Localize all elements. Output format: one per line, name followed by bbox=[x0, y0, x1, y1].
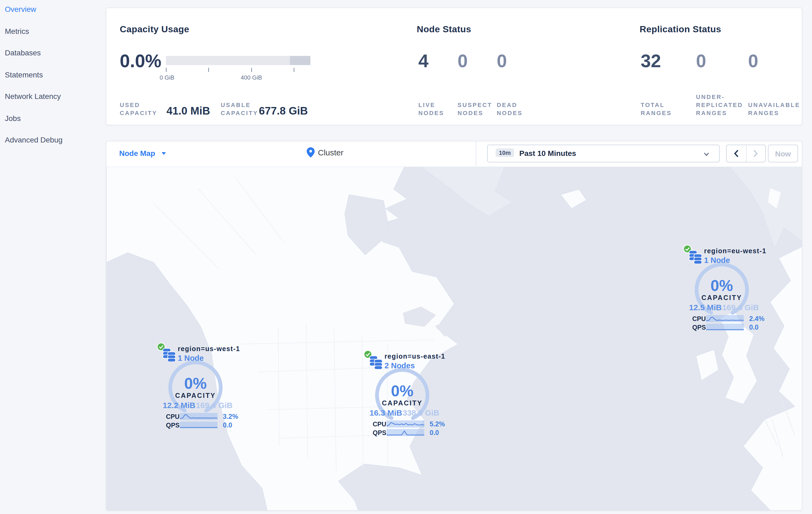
dead-nodes-label: DEAD NODES bbox=[497, 101, 528, 117]
total-ranges-value: 32 bbox=[641, 52, 661, 70]
total-ranges-label: TOTAL RANGES bbox=[641, 101, 675, 117]
cpu-value: 2.4% bbox=[749, 315, 764, 323]
capacity-usage-title: Capacity Usage bbox=[120, 24, 189, 35]
capacity-percent: 0% bbox=[155, 375, 236, 393]
capacity-percent: 0% bbox=[362, 382, 442, 400]
qps-label: QPS bbox=[692, 324, 706, 331]
region-marker-us-west-1[interactable]: region=us-west-1 1 Node 0% CAPACITY 12.2… bbox=[155, 339, 241, 436]
chevron-right-icon bbox=[753, 150, 758, 158]
time-range-label: Past 10 Minutes bbox=[519, 149, 576, 158]
suspect-nodes-value: 0 bbox=[458, 52, 468, 70]
caret-down-icon bbox=[162, 152, 166, 155]
sidebar-item-metrics[interactable]: Metrics bbox=[5, 27, 29, 35]
node-status-title: Node Status bbox=[417, 24, 471, 35]
region-title: region=eu-west-1 bbox=[704, 247, 766, 255]
time-step-back-button[interactable] bbox=[727, 145, 746, 162]
suspect-nodes-label: SUSPECT NODES bbox=[458, 101, 491, 117]
qps-value: 0.0 bbox=[223, 422, 232, 429]
qps-sparkline bbox=[387, 429, 424, 436]
capacity-axis-tick bbox=[166, 68, 167, 72]
qps-label: QPS bbox=[166, 422, 180, 429]
region-title: region=us-west-1 bbox=[178, 345, 240, 353]
capacity-axis-label-mid: 400 GiB bbox=[240, 74, 262, 81]
dead-nodes-value: 0 bbox=[497, 52, 507, 70]
sidebar-item-statements[interactable]: Statements bbox=[5, 71, 43, 79]
capacity-total-value: 338.9 GiB bbox=[403, 408, 439, 417]
map-pin-icon bbox=[307, 147, 315, 158]
live-nodes-value: 4 bbox=[418, 52, 429, 70]
under-replicated-label: UNDER-REPLICATED RANGES bbox=[696, 93, 741, 117]
chevron-left-icon bbox=[733, 150, 739, 158]
capacity-axis-tick bbox=[208, 68, 209, 72]
cluster-summary-card: Capacity Usage 0.0% 0 GiB 400 GiB USED C… bbox=[106, 7, 802, 125]
replication-status-title: Replication Status bbox=[640, 24, 721, 35]
unavailable-ranges-label: UNAVAILABLE RANGES bbox=[748, 101, 795, 117]
view-mode-label: Node Map bbox=[119, 149, 155, 158]
capacity-caption: CAPACITY bbox=[362, 400, 442, 407]
map-toolbar: Node Map Cluster 10m Past 10 Minutes bbox=[106, 141, 802, 167]
usable-capacity-label: USABLE CAPACITY bbox=[221, 101, 257, 117]
cpu-value: 3.2% bbox=[223, 413, 238, 421]
breadcrumb-label: Cluster bbox=[318, 148, 343, 157]
chevron-down-icon bbox=[703, 152, 709, 157]
cpu-label: CPU bbox=[373, 421, 386, 428]
toolbar-divider bbox=[476, 141, 476, 166]
capacity-total-value: 169.4 GiB bbox=[722, 303, 759, 312]
region-marker-eu-west-1[interactable]: region=eu-west-1 1 Node 0% CAPACITY 12.5… bbox=[682, 241, 767, 338]
view-mode-dropdown[interactable]: Node Map bbox=[119, 149, 166, 158]
capacity-caption: CAPACITY bbox=[682, 294, 762, 302]
usable-capacity-value: 677.8 GiB bbox=[259, 105, 308, 117]
unavailable-ranges-value: 0 bbox=[748, 52, 758, 70]
capacity-bar-tail-segment bbox=[290, 56, 311, 65]
time-range-selector[interactable]: 10m Past 10 Minutes bbox=[487, 145, 720, 162]
node-map-card: Node Map Cluster 10m Past 10 Minutes bbox=[106, 141, 802, 511]
region-title: region=us-east-1 bbox=[384, 353, 445, 360]
world-map-graphic bbox=[106, 167, 802, 511]
cpu-sparkline bbox=[387, 421, 424, 428]
capacity-used-value: 12.5 MiB bbox=[689, 303, 722, 312]
used-capacity-label: USED CAPACITY bbox=[120, 101, 153, 117]
capacity-used-value: 16.3 MiB bbox=[370, 408, 402, 417]
cpu-sparkline bbox=[180, 413, 218, 420]
now-button[interactable]: Now bbox=[768, 145, 798, 162]
qps-value: 0.0 bbox=[749, 324, 759, 331]
capacity-usage-percent: 0.0% bbox=[120, 52, 162, 70]
sidebar-nav: Overview Metrics Databases Statements Ne… bbox=[0, 0, 106, 514]
time-step-arrows bbox=[726, 145, 766, 162]
capacity-used-value: 12.2 MiB bbox=[163, 401, 196, 410]
time-step-forward-button[interactable] bbox=[746, 145, 765, 162]
capacity-usage-bar bbox=[166, 56, 311, 65]
world-map: region=us-west-1 1 Node 0% CAPACITY 12.2… bbox=[106, 167, 802, 511]
cpu-label: CPU bbox=[166, 413, 180, 421]
capacity-axis-label-zero: 0 GiB bbox=[160, 74, 174, 81]
used-capacity-value: 41.0 MiB bbox=[167, 105, 210, 117]
sidebar-item-advanced-debug[interactable]: Advanced Debug bbox=[5, 135, 63, 144]
cpu-sparkline bbox=[706, 315, 744, 322]
capacity-axis-tick bbox=[294, 68, 294, 72]
qps-sparkline bbox=[706, 324, 744, 331]
locality-breadcrumb[interactable]: Cluster bbox=[307, 147, 343, 158]
live-nodes-label: LIVE NODES bbox=[418, 101, 450, 117]
cpu-value: 5.2% bbox=[430, 421, 445, 428]
capacity-caption: CAPACITY bbox=[155, 392, 236, 400]
sidebar-item-databases[interactable]: Databases bbox=[5, 48, 41, 57]
capacity-total-value: 169.4 GiB bbox=[196, 401, 233, 410]
sidebar-item-overview[interactable]: Overview bbox=[5, 5, 36, 13]
region-marker-us-east-1[interactable]: region=us-east-1 2 Nodes 0% CAPACITY 16.… bbox=[362, 347, 448, 443]
capacity-percent: 0% bbox=[682, 277, 762, 295]
qps-sparkline bbox=[180, 422, 218, 429]
capacity-axis-tick bbox=[251, 68, 252, 72]
time-range-badge: 10m bbox=[496, 148, 514, 157]
cpu-label: CPU bbox=[692, 315, 706, 323]
db-console-overview-page: Overview Metrics Databases Statements Ne… bbox=[0, 0, 812, 514]
qps-value: 0.0 bbox=[430, 429, 439, 437]
sidebar-item-network-latency[interactable]: Network Latency bbox=[5, 92, 61, 101]
qps-label: QPS bbox=[373, 429, 386, 437]
under-replicated-value: 0 bbox=[696, 52, 706, 70]
sidebar-item-jobs[interactable]: Jobs bbox=[5, 114, 21, 123]
